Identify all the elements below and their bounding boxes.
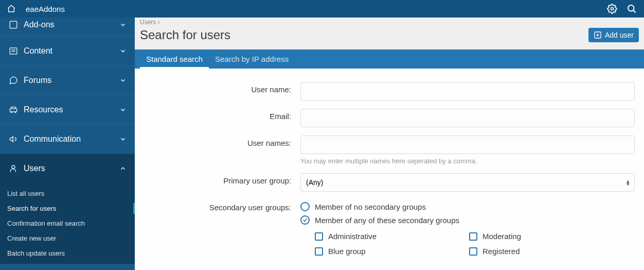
svg-rect-3 — [10, 21, 17, 28]
radio-any-secondary[interactable]: Member of any of these secondary groups — [300, 213, 635, 227]
check-label: Blue group — [328, 247, 366, 256]
check-moderating[interactable]: Moderating — [469, 229, 623, 244]
sidebar-label: Content — [24, 46, 119, 56]
svg-point-10 — [12, 165, 15, 168]
plus-square-icon — [594, 31, 602, 39]
breadcrumb[interactable]: Users › — [135, 18, 644, 23]
svg-point-1 — [628, 5, 634, 11]
brand-label: eaeAddons — [26, 5, 65, 13]
checkbox-icon — [469, 232, 477, 241]
titlebar: Search for users Add user — [135, 23, 644, 49]
subitem-create-user[interactable]: Create new user — [0, 231, 135, 246]
subitem-search-users[interactable]: Search for users — [0, 201, 135, 216]
main-content: Users › Search for users Add user Standa… — [135, 18, 644, 270]
radio-no-secondary[interactable]: Member of no secondary groups — [300, 200, 635, 213]
username-input[interactable] — [300, 82, 635, 100]
user-icon — [8, 163, 19, 174]
sidebar-label: Communication — [24, 134, 119, 144]
check-label: Registered — [482, 247, 520, 256]
sidebar-label: Users — [24, 164, 119, 173]
puzzle-icon — [8, 20, 19, 30]
radio-label: Member of any of these secondary groups — [315, 216, 459, 225]
subitem-batch-update[interactable]: Batch update users — [0, 246, 135, 261]
check-registered[interactable]: Registered — [469, 244, 623, 259]
subitem-confirmation-email[interactable]: Confirmation email search — [0, 216, 135, 231]
sidebar-item-communication[interactable]: Communication — [0, 124, 135, 154]
chevron-up-icon — [119, 165, 127, 172]
radio-icon — [300, 202, 310, 211]
primary-group-label: Primary user group: — [135, 173, 300, 192]
usernames-hint: You may enter multiple names here sepera… — [300, 157, 635, 165]
secondary-groups-label: Secondary user groups: — [135, 200, 300, 259]
checkbox-icon — [315, 247, 323, 256]
add-user-button[interactable]: Add user — [588, 28, 639, 42]
check-label: Administrative — [328, 232, 377, 241]
usernames-label: User names: — [135, 136, 300, 165]
sidebar-item-forums[interactable]: Forums — [0, 65, 135, 95]
svg-line-2 — [633, 10, 635, 12]
radio-icon — [300, 215, 310, 225]
usernames-input[interactable] — [300, 136, 635, 154]
comments-icon — [8, 75, 19, 86]
check-label: Moderating — [482, 232, 521, 241]
search-icon[interactable] — [625, 3, 638, 15]
sidebar-item-addons[interactable]: Add-ons — [0, 18, 135, 36]
chevron-down-icon — [119, 106, 127, 113]
chevron-down-icon — [119, 21, 127, 28]
home-icon[interactable] — [6, 4, 16, 14]
newspaper-icon — [8, 46, 19, 56]
svg-rect-7 — [10, 109, 17, 112]
svg-point-0 — [611, 8, 614, 10]
sidebar-label: Add-ons — [24, 20, 119, 29]
form-panel: User name: Email: User names: You may en… — [135, 69, 644, 270]
chevron-down-icon — [119, 47, 127, 55]
car-icon — [8, 105, 19, 115]
sidebar-item-content[interactable]: Content — [0, 36, 135, 65]
bullhorn-icon — [8, 134, 19, 144]
tab-standard-search[interactable]: Standard search — [140, 49, 209, 69]
tabs: Standard search Search by IP address — [135, 49, 644, 69]
username-label: User name: — [135, 82, 300, 100]
chevron-down-icon — [119, 77, 127, 84]
checkbox-icon — [469, 247, 477, 256]
sidebar-item-resources[interactable]: Resources — [0, 95, 135, 124]
add-user-label: Add user — [605, 31, 634, 39]
sidebar-item-users[interactable]: Users — [0, 154, 135, 183]
tab-search-ip[interactable]: Search by IP address — [209, 49, 295, 69]
primary-group-select[interactable]: (Any) — [300, 173, 635, 192]
page-title: Search for users — [140, 28, 588, 42]
sidebar: Add-ons Content Forums Resources Communi… — [0, 18, 135, 270]
sidebar-label: Forums — [24, 76, 119, 85]
settings-icon[interactable] — [606, 3, 618, 15]
email-label: Email: — [135, 109, 300, 127]
checkbox-icon — [315, 232, 323, 241]
topbar: eaeAddons — [0, 0, 644, 18]
radio-label: Member of no secondary groups — [315, 202, 426, 211]
check-blue-group[interactable]: Blue group — [315, 244, 469, 259]
check-administrative[interactable]: Administrative — [315, 229, 469, 244]
chevron-down-icon — [119, 136, 127, 143]
sidebar-subitems: List all users Search for users Confirma… — [0, 183, 135, 264]
sidebar-label: Resources — [24, 105, 119, 114]
subitem-list-users[interactable]: List all users — [0, 186, 135, 201]
email-input[interactable] — [300, 109, 635, 127]
